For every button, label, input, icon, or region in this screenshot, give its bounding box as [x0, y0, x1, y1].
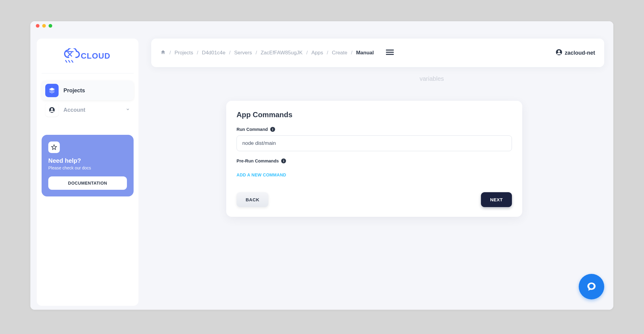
breadcrumb-separator: /	[169, 50, 171, 56]
account-icon	[45, 103, 59, 117]
svg-point-8	[589, 284, 594, 288]
breadcrumb-item[interactable]: Servers	[234, 50, 252, 56]
info-icon[interactable]: i	[270, 127, 275, 132]
maximize-window-icon[interactable]	[49, 24, 52, 28]
help-card: Need help? Please check our docs DOCUMEN…	[42, 135, 134, 196]
sidebar-item-label: Projects	[63, 87, 85, 94]
breadcrumb-item[interactable]: D4d01c4e	[202, 50, 226, 56]
label-text: Run Command	[237, 127, 268, 132]
star-icon	[48, 141, 60, 153]
breadcrumb-item[interactable]: ZacEfFAW85ugJK	[261, 50, 302, 56]
back-button[interactable]: BACK	[237, 192, 268, 207]
documentation-button[interactable]: DOCUMENTATION	[48, 176, 127, 190]
top-bar: / Projects / D4d01c4e / Servers / ZacEfF…	[151, 39, 604, 67]
sidebar-item-account[interactable]: Account	[42, 100, 134, 120]
breadcrumb-current: Manual	[356, 50, 374, 56]
breadcrumb-separator: /	[229, 50, 230, 56]
minimize-window-icon[interactable]	[42, 24, 46, 28]
run-command-input[interactable]	[237, 135, 512, 151]
card-title: App Commands	[237, 111, 512, 119]
svg-point-7	[558, 50, 560, 52]
breadcrumb-separator: /	[306, 50, 308, 56]
background-hint-text: variables	[420, 75, 444, 82]
home-icon[interactable]	[160, 49, 166, 56]
logo-icon: CLOUD	[62, 48, 114, 65]
info-icon[interactable]: i	[281, 158, 286, 163]
window-controls	[30, 21, 613, 30]
sidebar-nav: Projects Account	[42, 81, 134, 120]
next-button[interactable]: NEXT	[481, 192, 512, 207]
prerun-commands-label: Pre-Run Commands i	[237, 158, 512, 163]
breadcrumb-item[interactable]: Create	[332, 50, 347, 56]
svg-rect-4	[386, 52, 394, 53]
box-icon	[45, 84, 59, 97]
breadcrumb-separator: /	[197, 50, 198, 56]
menu-icon[interactable]	[386, 48, 394, 57]
logo[interactable]: CLOUD	[42, 48, 134, 73]
close-window-icon[interactable]	[36, 24, 39, 28]
breadcrumb-separator: /	[256, 50, 257, 56]
breadcrumb: / Projects / D4d01c4e / Servers / ZacEfF…	[160, 49, 374, 56]
breadcrumb-item[interactable]: Apps	[311, 50, 323, 56]
sidebar: CLOUD Projects Account	[37, 39, 138, 306]
user-icon	[556, 49, 562, 57]
svg-rect-5	[386, 54, 394, 55]
button-row: BACK NEXT	[237, 192, 512, 207]
sidebar-item-label: Account	[63, 107, 85, 113]
sidebar-item-projects[interactable]: Projects	[42, 81, 134, 100]
help-title: Need help?	[48, 157, 127, 164]
breadcrumb-separator: /	[327, 50, 328, 56]
breadcrumb-separator: /	[351, 50, 353, 56]
user-menu[interactable]: zacloud-net	[556, 49, 595, 57]
user-name: zacloud-net	[565, 50, 595, 56]
app-commands-card: App Commands Run Command i Pre-Run Comma…	[226, 101, 522, 217]
label-text: Pre-Run Commands	[237, 158, 279, 163]
app-shell: CLOUD Projects Account	[30, 30, 613, 310]
run-command-label: Run Command i	[237, 127, 512, 132]
svg-text:CLOUD: CLOUD	[81, 51, 110, 60]
svg-rect-3	[386, 49, 394, 50]
svg-point-2	[51, 108, 53, 110]
breadcrumb-item[interactable]: Projects	[175, 50, 193, 56]
help-subtitle: Please check our docs	[48, 165, 127, 170]
chat-button[interactable]	[579, 274, 604, 299]
chat-icon	[586, 281, 597, 292]
chevron-down-icon	[126, 107, 130, 113]
add-command-button[interactable]: ADD A NEW COMMAND	[237, 172, 286, 177]
browser-window: CLOUD Projects Account	[30, 21, 613, 310]
